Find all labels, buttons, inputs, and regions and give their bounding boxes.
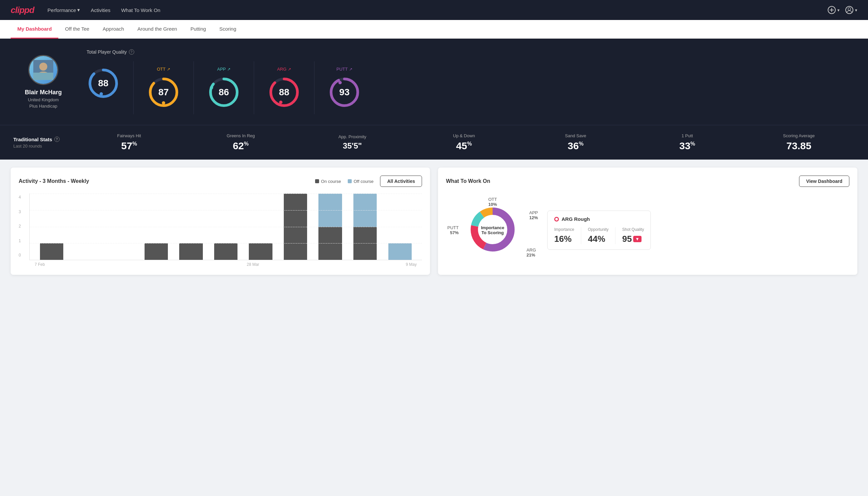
opportunity-value: 44% [588, 234, 609, 244]
ott-circle: 87 [147, 76, 180, 109]
tab-off-the-tee[interactable]: Off the Tee [58, 20, 96, 38]
app-label: APP ↗ [217, 67, 231, 72]
bar-on [145, 243, 168, 260]
main-score-circle: 88 [86, 67, 120, 100]
trad-label-section: Traditional Stats ? Last 20 rounds [13, 137, 73, 149]
quality-main: 88 [86, 61, 133, 114]
quality-arg: ARG ↗ 88 [254, 61, 314, 114]
svg-point-22 [338, 81, 342, 84]
quality-stats: Total Player Quality ? 88 OTT [86, 49, 855, 114]
app-circle: 86 [207, 76, 240, 109]
stat-scoring-value: 73.85 [743, 140, 855, 152]
tab-my-dashboard[interactable]: My Dashboard [11, 20, 58, 38]
trad-stats-help-icon[interactable]: ? [54, 137, 60, 142]
svg-point-19 [279, 100, 282, 104]
profile-name: Blair McHarg [25, 89, 62, 96]
info-card-title-text: ARG Rough [562, 216, 590, 222]
activity-chart-card: Activity - 3 Months - Weekly On course O… [11, 168, 430, 275]
view-dashboard-button[interactable]: View Dashboard [799, 175, 849, 187]
stat-scoring-label: Scoring Average [743, 133, 855, 138]
tab-scoring[interactable]: Scoring [212, 20, 243, 38]
stat-putt-label: 1 Putt [632, 133, 743, 138]
nav-performance[interactable]: Performance ▾ [48, 7, 80, 13]
chart-header: Activity - 3 Months - Weekly On course O… [19, 175, 422, 187]
stat-sand-label: Sand Save [520, 133, 632, 138]
on-course-dot [315, 179, 319, 183]
quality-putt: PUTT ↗ 93 [314, 61, 374, 114]
putt-donut-label: PUTT57% [447, 225, 459, 235]
off-course-dot [348, 179, 352, 183]
ott-score: 87 [158, 87, 169, 98]
svg-point-6 [39, 63, 47, 71]
arg-donut-label: ARG21% [526, 248, 536, 258]
x-labels: 7 Feb 28 Mar 9 May [29, 260, 422, 267]
trad-stats-period: Last 20 rounds [13, 143, 73, 149]
bottom-section: Activity - 3 Months - Weekly On course O… [0, 159, 868, 283]
stat-proximity-value: 35'5" [297, 141, 408, 151]
shot-quality-value: 95 ▼ [622, 234, 644, 244]
putt-circle: 93 [328, 76, 361, 109]
nav-activities[interactable]: Activities [91, 7, 110, 13]
stat-greens-value: 62% [185, 140, 297, 152]
chart-title: Activity - 3 Months - Weekly [19, 178, 89, 184]
importance-value: 16% [554, 234, 574, 244]
stat-greens-in-reg: Greens In Reg 62% [185, 133, 297, 152]
all-activities-button[interactable]: All Activities [380, 175, 422, 187]
svg-point-13 [162, 101, 165, 105]
stat-app-proximity: App. Proximity 35'5" [297, 134, 408, 151]
tab-putting[interactable]: Putting [184, 20, 213, 38]
chart-legend: On course Off course All Activities [315, 175, 422, 187]
nav-links: Performance ▾ Activities What To Work On [48, 7, 814, 13]
stat-up-down: Up & Down 45% [408, 133, 520, 152]
stat-updown-value: 45% [408, 140, 520, 152]
stat-greens-label: Greens In Reg [185, 133, 297, 138]
stat-fairways-label: Fairways Hit [73, 133, 185, 138]
arg-label: ARG ↗ [277, 67, 291, 72]
profile-handicap: Plus Handicap [29, 104, 57, 109]
putt-label: PUTT ↗ [336, 67, 352, 72]
shot-quality-label: Shot Quality [622, 227, 644, 232]
profile-country: United Kingdom [28, 97, 59, 102]
importance-label: Importance [554, 227, 574, 232]
tab-around-the-green[interactable]: Around the Green [130, 20, 184, 38]
chart-grid [29, 193, 422, 260]
donut-wrapper: OTT10% APP12% ARG21% PUTT57% [446, 193, 539, 267]
avatar [28, 55, 58, 85]
svg-point-4 [848, 7, 851, 10]
stat-sand-save: Sand Save 36% [520, 133, 632, 152]
user-menu-button[interactable]: ▾ [845, 6, 857, 14]
traditional-stats: Traditional Stats ? Last 20 rounds Fairw… [0, 125, 868, 159]
info-card: ARG Rough Importance 16% Opportunity 44%… [547, 211, 651, 250]
trad-stats-title: Traditional Stats [13, 137, 52, 142]
svg-point-16 [210, 86, 213, 89]
tab-approach[interactable]: Approach [96, 20, 130, 38]
donut-center: ImportanceTo Scoring [481, 225, 504, 235]
stat-putt-value: 33% [632, 140, 743, 152]
nav-what-to-work-on[interactable]: What To Work On [121, 7, 160, 13]
work-on-header: What To Work On View Dashboard [446, 175, 849, 187]
app-score: 86 [219, 87, 229, 98]
legend-on-course: On course [315, 179, 341, 184]
quality-app: APP ↗ 86 [193, 61, 254, 114]
add-button[interactable]: ▾ [827, 6, 840, 14]
metric-importance: Importance 16% [554, 227, 574, 244]
legend-off-course: Off course [348, 179, 374, 184]
legend-on-label: On course [321, 179, 341, 184]
chart-area: 4 3 2 1 0 [19, 193, 422, 267]
arg-score: 88 [279, 87, 289, 98]
ott-label: OTT ↗ [157, 67, 170, 72]
metric-opportunity: Opportunity 44% [588, 227, 609, 244]
putt-score: 93 [339, 87, 349, 98]
what-to-work-on-card: What To Work On View Dashboard OTT10% AP… [438, 168, 857, 275]
nav-right-controls: ▾ ▾ [827, 6, 857, 14]
stat-fairways-value: 57% [73, 140, 185, 152]
info-dot-icon [554, 217, 559, 221]
bar-on [40, 243, 63, 260]
stat-updown-label: Up & Down [408, 133, 520, 138]
quality-help-icon[interactable]: ? [129, 49, 134, 55]
stat-scoring-avg: Scoring Average 73.85 [743, 133, 855, 152]
tab-bar: My Dashboard Off the Tee Approach Around… [0, 20, 868, 38]
donut-section: OTT10% APP12% ARG21% PUTT57% [446, 193, 849, 267]
opportunity-label: Opportunity [588, 227, 609, 232]
quality-circles: 88 OTT ↗ 87 [86, 61, 855, 114]
